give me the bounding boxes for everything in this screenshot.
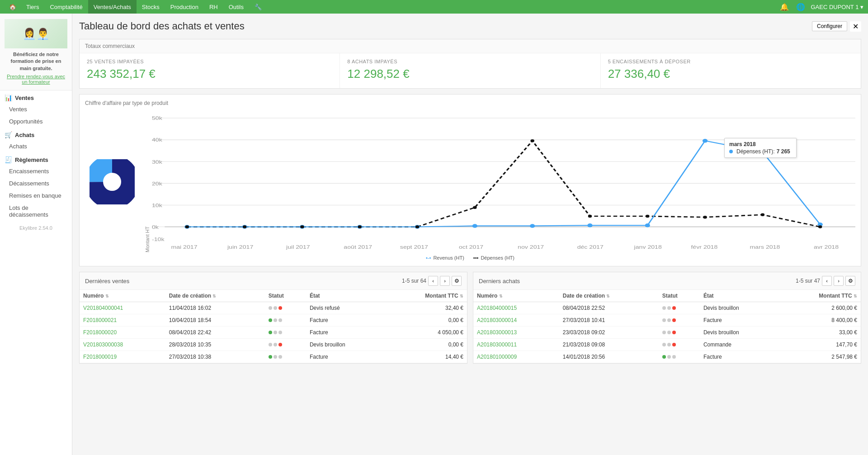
- achats-prev-button[interactable]: ‹: [822, 276, 832, 286]
- ventes-montant-cell: 14,40 €: [384, 351, 467, 363]
- promo-link[interactable]: Prendre rendez-vous avec un formateur: [5, 74, 67, 85]
- status-dot: [278, 343, 282, 346]
- sidebar-item-ventes[interactable]: Ventes: [0, 103, 72, 115]
- table-row: A201803000013 23/03/2018 09:02 Devis bro…: [473, 327, 861, 339]
- sidebar-item-opportunites[interactable]: Opportunités: [0, 115, 72, 128]
- user-menu[interactable]: GAEC DUPONT 1 ▾: [811, 4, 863, 10]
- svg-text:août 2017: août 2017: [344, 244, 372, 250]
- notification-icon[interactable]: 🔔: [778, 0, 791, 13]
- ventes-table-title: Dernières ventes: [85, 278, 129, 284]
- globe-icon[interactable]: 🌐: [794, 0, 807, 13]
- achats-next-button[interactable]: ›: [834, 276, 844, 286]
- achats-numero-cell[interactable]: A201803000014: [473, 314, 559, 327]
- ventes-statut-cell: [265, 351, 306, 363]
- ventes-page-info: 1-5 sur 64: [402, 278, 426, 284]
- svg-point-29: [243, 225, 246, 228]
- achats-col-date[interactable]: Date de création ⇅: [559, 290, 659, 302]
- ventes-montant-cell: 32,40 €: [384, 302, 467, 314]
- ventes-numero-cell[interactable]: V201803000038: [80, 339, 165, 351]
- ventes-numero-cell[interactable]: F2018000020: [80, 327, 165, 339]
- achats-numero-cell[interactable]: A201801000009: [473, 351, 559, 363]
- achats-col-montant[interactable]: Montant TTC ⇅: [778, 290, 861, 302]
- achats-col-numero[interactable]: Numéro ⇅: [473, 290, 559, 302]
- legend-depenses: ••• Dépenses (HT): [473, 255, 514, 261]
- nav-comptabilite[interactable]: Comptabilité: [44, 0, 88, 14]
- achats-settings-button[interactable]: ⚙: [845, 276, 855, 286]
- status-dot: [672, 306, 676, 310]
- sidebar-item-decaissements[interactable]: Décaissements: [0, 177, 72, 190]
- nav-outils[interactable]: Outils: [223, 0, 249, 14]
- svg-point-39: [818, 225, 822, 228]
- status-dot: [662, 331, 666, 334]
- achats-etat-cell: Devis brouillon: [700, 302, 778, 314]
- svg-text:nov 2017: nov 2017: [518, 244, 544, 250]
- configure-button[interactable]: Configurer: [812, 21, 847, 31]
- ventes-etat-cell: Facture: [306, 314, 384, 327]
- sidebar-item-achats[interactable]: Achats: [0, 140, 72, 152]
- achats-date-cell: 14/01/2018 20:56: [559, 351, 659, 363]
- nav-production[interactable]: Production: [165, 0, 204, 14]
- table-row: A201803000011 21/03/2018 09:08 Commande …: [473, 339, 861, 351]
- ventes-settings-button[interactable]: ⚙: [452, 276, 462, 286]
- ventes-etat-cell: Devis refusé: [306, 302, 384, 314]
- status-dot: [662, 306, 666, 310]
- sidebar-item-encaissements[interactable]: Encaissements: [0, 165, 72, 177]
- ventes-col-numero[interactable]: Numéro ⇅: [80, 290, 165, 302]
- svg-point-25: [703, 139, 708, 143]
- ventes-col-montant[interactable]: Montant TTC ⇅: [384, 290, 467, 302]
- status-dot: [269, 306, 272, 310]
- ventes-col-statut: Statut: [265, 290, 306, 302]
- status-dot: [269, 331, 272, 334]
- achats-numero-cell[interactable]: A201804000015: [473, 302, 559, 314]
- achats-numero-cell[interactable]: A201803000011: [473, 339, 559, 351]
- svg-text:juil 2017: juil 2017: [286, 244, 310, 250]
- svg-point-22: [530, 224, 535, 228]
- table-row: V201803000038 28/03/2018 10:35 Devis bro…: [80, 339, 467, 351]
- table-row: A201804000015 08/04/2018 22:52 Devis bro…: [473, 302, 861, 314]
- ventes-next-button[interactable]: ›: [440, 276, 450, 286]
- totaux-card-ventes: 25 VENTES IMPAYÉES 243 352,17 €: [80, 53, 340, 88]
- status-dot: [662, 343, 666, 346]
- nav-stocks[interactable]: Stocks: [137, 0, 165, 14]
- top-navigation: 🏠 Tiers Comptabilité Ventes/Achats Stock…: [0, 0, 868, 14]
- achats-table-title: Derniers achats: [479, 278, 520, 284]
- sidebar-item-lots[interactable]: Lots de décaissements: [0, 202, 72, 221]
- close-icon: ✕: [853, 22, 859, 31]
- ventes-col-date[interactable]: Date de création ⇅: [165, 290, 265, 302]
- nav-wrench[interactable]: 🔧: [249, 0, 267, 14]
- nav-rh[interactable]: RH: [204, 0, 223, 14]
- achats-table-panel: Derniers achats 1-5 sur 47 ‹ › ⚙ Numéro …: [473, 272, 861, 364]
- nav-home[interactable]: 🏠: [5, 0, 21, 14]
- encaissements-label: 5 ENCAISSEMENTS À DÉPOSER: [608, 59, 854, 64]
- status-dot: [274, 331, 277, 334]
- ventes-numero-cell[interactable]: F2018000019: [80, 351, 165, 363]
- achats-numero-cell[interactable]: A201803000013: [473, 327, 559, 339]
- status-dot: [672, 355, 676, 359]
- nav-ventes-achats[interactable]: Ventes/Achats: [88, 0, 137, 14]
- status-dot: [274, 343, 277, 346]
- ventes-prev-button[interactable]: ‹: [428, 276, 438, 286]
- chart-svg: 0k 10k 20k 30k 40k 50k -10k: [152, 111, 855, 251]
- achats-impayees-value: 12 298,52 €: [347, 67, 593, 81]
- close-button[interactable]: ✕: [850, 21, 861, 32]
- version-label: Ekylibre 2.54.0: [0, 221, 72, 235]
- achats-date-cell: 08/04/2018 22:52: [559, 302, 659, 314]
- status-dot: [672, 318, 676, 322]
- achats-page-info: 1-5 sur 47: [796, 278, 820, 284]
- totaux-panel: Totaux commerciaux 25 VENTES IMPAYÉES 24…: [79, 39, 861, 89]
- nav-tiers[interactable]: Tiers: [21, 0, 44, 14]
- sidebar-item-remises[interactable]: Remises en banque: [0, 190, 72, 202]
- achats-statut-cell: [659, 351, 700, 363]
- status-dot: [662, 318, 666, 322]
- status-dot: [269, 355, 272, 359]
- ventes-statut-cell: [265, 339, 306, 351]
- status-dot: [667, 331, 671, 334]
- svg-text:avr 2018: avr 2018: [814, 244, 839, 250]
- achats-montant-cell: 8 400,00 €: [778, 314, 861, 327]
- ventes-numero-cell[interactable]: F2018000021: [80, 314, 165, 327]
- ventes-etat-cell: Facture: [306, 327, 384, 339]
- ventes-numero-cell[interactable]: V201804000041: [80, 302, 165, 314]
- sidebar-section-ventes: 📊 Ventes: [0, 90, 72, 103]
- table-row: A201801000009 14/01/2018 20:56 Facture 2…: [473, 351, 861, 363]
- reglements-icon: 🧾: [5, 156, 12, 163]
